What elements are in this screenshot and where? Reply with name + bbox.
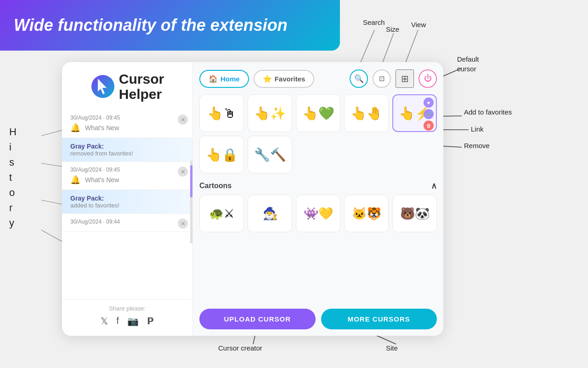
cartoon-emoji-bears: 🐻🐼 bbox=[400, 207, 430, 221]
power-icon: ⏻ bbox=[424, 74, 432, 83]
annotation-add-favorites: Add to favorites bbox=[464, 108, 512, 116]
twitter-icon[interactable]: 𝕏 bbox=[101, 316, 108, 327]
history-item: 30/Aug/2024 · 09:44 ✕ bbox=[62, 214, 192, 232]
annotation-cursor-creator: Cursor creator bbox=[218, 344, 262, 352]
cursor-emoji-golden: 👆✨ bbox=[254, 106, 286, 121]
link-btn[interactable]: 🔗 bbox=[424, 109, 434, 119]
upload-cursor-button[interactable]: UPLOAD CURSOR bbox=[199, 309, 316, 329]
size-button[interactable]: ⊡ bbox=[373, 69, 391, 88]
history-item-time: 30/Aug/2024 · 09:45 bbox=[70, 115, 184, 121]
bottom-buttons: UPLOAD CURSOR MORE CURSORS bbox=[199, 309, 437, 329]
logo-text-line1: Cursor bbox=[119, 71, 164, 86]
logo-icon bbox=[90, 74, 115, 99]
top-nav: 🏠 Home ⭐ Favorites 🔍 ⊡ ⊞ ⏻ bbox=[199, 69, 437, 88]
sidebar-scrollbar-thumb bbox=[190, 165, 192, 197]
annotation-view: View bbox=[411, 21, 426, 29]
history-item-content: Gray Pack: bbox=[70, 195, 184, 202]
home-tab[interactable]: 🏠 Home bbox=[199, 70, 249, 88]
history-item-title: Gray Pack: bbox=[70, 195, 104, 202]
history-item-subtitle: removed from favorites! bbox=[70, 150, 184, 157]
cursor-emoji-tools: 🔧🔨 bbox=[254, 147, 286, 162]
bell-icon: 🔔 bbox=[70, 175, 80, 185]
history-item-title: Gray Pack: bbox=[70, 143, 104, 150]
cursor-grid-row1: 👆🖱 👆✨ Checkered with Lime cursor 👆💚 👆🤚 bbox=[199, 94, 437, 132]
search-icon: 🔍 bbox=[354, 74, 364, 84]
main-content: 🏠 Home ⭐ Favorites 🔍 ⊡ ⊞ ⏻ bbox=[193, 62, 443, 336]
pinterest-icon[interactable]: 𝗣 bbox=[147, 316, 154, 327]
annotation-link: Link bbox=[471, 125, 484, 133]
favorites-tab[interactable]: ⭐ Favorites bbox=[254, 70, 315, 88]
logo-text-line2: Helper bbox=[119, 86, 164, 102]
sidebar-scrollbar bbox=[190, 161, 192, 243]
history-item-time: 30/Aug/2024 · 09:45 bbox=[70, 167, 184, 173]
annotation-site: Site bbox=[386, 344, 398, 352]
remove-btn[interactable]: 🗑 bbox=[424, 121, 434, 131]
history-item: 30/Aug/2024 · 09:45 🔔 What's New ✕ bbox=[62, 162, 192, 190]
grid-icon: ⊞ bbox=[401, 73, 409, 84]
instagram-icon[interactable]: 📷 bbox=[127, 316, 139, 327]
history-item: 30/Aug/2024 · 09:45 🔔 What's New ✕ bbox=[62, 110, 192, 138]
cartoon-card-wizard[interactable]: 🧙‍♂️ bbox=[248, 195, 292, 232]
default-cursor-button[interactable]: ⏻ bbox=[418, 69, 437, 88]
collapse-icon[interactable]: ∧ bbox=[431, 181, 437, 191]
cursor-card-checkered[interactable]: Checkered with Lime cursor 👆💚 bbox=[296, 94, 340, 132]
share-section: Share please: 𝕏 f 📷 𝗣 bbox=[62, 299, 192, 331]
cartoon-card-felix[interactable]: 🐱🐯 bbox=[344, 195, 389, 232]
add-to-favorites-btn[interactable]: ★ bbox=[424, 98, 434, 108]
favorites-label: Favorites bbox=[275, 75, 305, 83]
history-list: 30/Aug/2024 · 09:45 🔔 What's New ✕ Gray … bbox=[62, 110, 192, 299]
cursor-emoji-checkered: 👆💚 bbox=[302, 106, 334, 121]
logo-text: Cursor Helper bbox=[119, 71, 164, 102]
home-icon: 🏠 bbox=[209, 75, 218, 83]
cursor-grid-row2: 👆🔒 🔧🔨 bbox=[199, 136, 437, 173]
annotation-default-cursor: Defaultcursor bbox=[457, 54, 479, 74]
cartoon-card-minions[interactable]: 👾💛 bbox=[296, 195, 340, 232]
cursor-card-lock[interactable]: 👆🔒 bbox=[199, 136, 244, 173]
history-item-subtitle: added to favorites! bbox=[70, 202, 184, 209]
cursor-card-default[interactable]: 👆🖱 bbox=[199, 94, 244, 132]
annotation-remove: Remove bbox=[464, 142, 490, 150]
bell-icon: 🔔 bbox=[70, 123, 80, 133]
header-banner: Wide functionality of the extension bbox=[0, 0, 340, 51]
cursor-card-tools[interactable]: 🔧🔨 bbox=[248, 136, 292, 173]
cartoon-card-bears[interactable]: 🐻🐼 bbox=[392, 195, 437, 232]
cursor-emoji-lock: 👆🔒 bbox=[206, 147, 238, 162]
cartoon-emoji-felix: 🐱🐯 bbox=[352, 207, 381, 221]
cartoon-emoji-turtles: 🐢⚔ bbox=[209, 207, 234, 221]
logo-area: Cursor Helper bbox=[90, 71, 164, 102]
history-item: Gray Pack: removed from favorites! bbox=[62, 138, 192, 162]
history-close-btn[interactable]: ✕ bbox=[178, 167, 188, 177]
history-close-btn[interactable]: ✕ bbox=[178, 218, 188, 229]
card-actions: ★ 🔗 🗑 bbox=[424, 98, 434, 131]
cursor-emoji-default: 👆🖱 bbox=[207, 106, 236, 121]
facebook-icon[interactable]: f bbox=[116, 316, 119, 327]
more-cursors-button[interactable]: MORE CURSORS bbox=[321, 309, 437, 329]
cartoons-label: Cartoons bbox=[199, 182, 232, 190]
history-item-time: 30/Aug/2024 · 09:44 bbox=[70, 218, 184, 225]
cursor-emoji-blue: 👆🤚 bbox=[351, 106, 383, 121]
history-item: Gray Pack: added to favorites! bbox=[62, 190, 192, 214]
header-title: Wide functionality of the extension bbox=[14, 16, 288, 35]
cartoon-emoji-wizard: 🧙‍♂️ bbox=[263, 207, 277, 221]
history-item-content: 🔔 What's New bbox=[70, 175, 184, 185]
sidebar: Cursor Helper 30/Aug/2024 · 09:45 🔔 What… bbox=[62, 62, 193, 336]
cartoons-grid: 🐢⚔ 🧙‍♂️ 👾💛 🐱🐯 🐻🐼 bbox=[199, 195, 437, 232]
history-item-content: 🔔 What's New bbox=[70, 123, 184, 133]
view-button[interactable]: ⊞ bbox=[396, 69, 414, 88]
cursor-grid-scroll: 👆🖱 👆✨ Checkered with Lime cursor 👆💚 👆🤚 bbox=[199, 94, 437, 305]
history-label: History bbox=[9, 124, 17, 230]
history-close-btn[interactable]: ✕ bbox=[178, 115, 188, 125]
history-item-content: Gray Pack: bbox=[70, 143, 184, 150]
cartoons-section-header: Cartoons ∧ bbox=[199, 177, 437, 195]
cursor-card-gray[interactable]: 👆⚡ ★ 🔗 🗑 bbox=[392, 94, 437, 132]
cartoon-card-turtles[interactable]: 🐢⚔ bbox=[199, 195, 244, 232]
cursor-card-golden[interactable]: 👆✨ bbox=[248, 94, 292, 132]
size-icon: ⊡ bbox=[379, 75, 385, 83]
search-button[interactable]: 🔍 bbox=[350, 69, 368, 88]
share-label: Share please: bbox=[62, 305, 192, 312]
extension-window: Cursor Helper 30/Aug/2024 · 09:45 🔔 What… bbox=[62, 62, 443, 336]
home-label: Home bbox=[220, 75, 240, 83]
cursor-card-blue[interactable]: 👆🤚 bbox=[344, 94, 389, 132]
star-icon: ⭐ bbox=[263, 75, 272, 83]
history-item-label: What's New bbox=[85, 124, 119, 132]
